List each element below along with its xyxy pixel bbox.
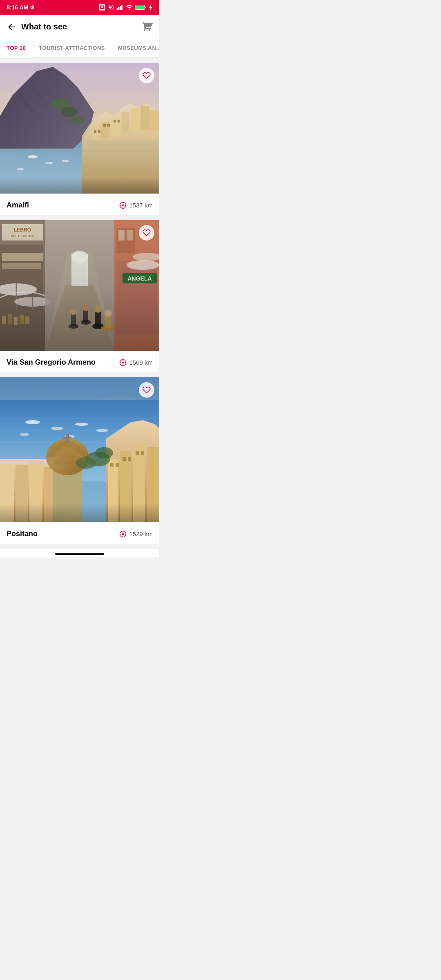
svg-rect-14	[92, 128, 99, 140]
card-footer-amalfi: Amalfi 1537 km	[0, 195, 159, 215]
svg-rect-114	[63, 437, 71, 439]
card-via-san-gregorio[interactable]: ANGELA	[0, 220, 159, 372]
svg-point-102	[75, 423, 88, 426]
home-indicator	[0, 549, 159, 557]
favorite-button-positano[interactable]	[139, 382, 154, 398]
nfc-icon	[98, 4, 106, 11]
svg-rect-124	[136, 451, 139, 455]
card-name-amalfi: Amalfi	[7, 201, 29, 209]
tab-top10[interactable]: TOP 10	[0, 39, 32, 58]
svg-point-103	[20, 433, 29, 436]
battery-icon	[135, 4, 147, 10]
home-indicator-bar	[55, 553, 104, 555]
distance-value-amalfi: 1537 km	[129, 202, 153, 209]
svg-rect-36	[0, 153, 159, 194]
wifi-icon	[126, 4, 133, 10]
svg-rect-20	[149, 110, 159, 131]
svg-point-101	[51, 427, 63, 430]
cart-button[interactable]	[141, 20, 153, 33]
card-distance-via: 1509 km	[119, 359, 153, 366]
svg-rect-121	[116, 463, 119, 467]
svg-rect-17	[122, 112, 129, 132]
svg-rect-2	[120, 6, 121, 10]
positano-image	[0, 377, 159, 522]
svg-rect-21	[94, 130, 96, 133]
page-title: What to see	[21, 22, 141, 31]
svg-rect-25	[114, 120, 116, 122]
settings-icon: ⚙	[30, 4, 35, 11]
svg-rect-120	[110, 463, 114, 467]
svg-point-29	[70, 116, 85, 124]
svg-rect-22	[98, 130, 100, 133]
status-bar: 8:16 AM ⚙	[0, 0, 159, 15]
time-display: 8:16 AM	[7, 4, 28, 11]
svg-rect-24	[107, 124, 110, 127]
svg-point-100	[25, 420, 40, 424]
card-image-container-via: ANGELA	[0, 220, 159, 352]
card-distance-positano: 1529 km	[119, 530, 153, 538]
card-positano[interactable]: Positano 1529 km	[0, 377, 159, 544]
card-name-via: Via San Gregorio Armeno	[7, 358, 96, 367]
svg-rect-23	[103, 124, 106, 127]
amalfi-image	[0, 63, 159, 194]
svg-point-105	[96, 429, 108, 432]
favorite-button-via[interactable]	[139, 225, 154, 241]
card-image-container-amalfi	[0, 63, 159, 195]
svg-rect-19	[140, 106, 149, 129]
svg-rect-122	[122, 457, 126, 461]
via-san-gregorio-image: ANGELA	[0, 220, 159, 351]
tab-tourist-attractions[interactable]: TOURIST ATTRACTIONS	[32, 39, 111, 58]
card-image-container-positano	[0, 377, 159, 524]
svg-rect-87	[0, 220, 159, 351]
distance-value-positano: 1529 km	[129, 530, 153, 537]
svg-rect-125	[141, 451, 144, 455]
tab-bar: TOP 10 TOURIST ATTRACTIONS MUSEUMS AN...	[0, 39, 159, 58]
card-footer-via: Via San Gregorio Armeno 1509 km	[0, 352, 159, 372]
card-amalfi[interactable]: Amalfi 1537 km	[0, 63, 159, 215]
svg-rect-26	[118, 120, 120, 122]
svg-point-93	[122, 362, 124, 363]
svg-point-28	[61, 107, 78, 117]
header: What to see	[0, 15, 159, 39]
distance-value-via: 1509 km	[129, 359, 153, 366]
card-footer-positano: Positano 1529 km	[0, 524, 159, 544]
back-button[interactable]	[7, 22, 16, 32]
status-time: 8:16 AM ⚙	[7, 4, 35, 11]
status-icons	[98, 4, 153, 11]
svg-rect-1	[118, 7, 120, 10]
card-distance-amalfi: 1537 km	[119, 202, 153, 209]
svg-rect-0	[117, 8, 118, 10]
svg-point-42	[122, 205, 124, 206]
svg-point-136	[122, 533, 124, 535]
svg-rect-123	[128, 457, 131, 461]
card-list: Amalfi 1537 km	[0, 58, 159, 549]
svg-rect-6	[136, 6, 144, 9]
signal-icon	[116, 4, 124, 10]
tab-museums[interactable]: MUSEUMS AN...	[111, 39, 159, 58]
mute-icon	[108, 4, 114, 11]
svg-rect-3	[121, 5, 122, 10]
svg-rect-18	[131, 108, 139, 130]
card-name-positano: Positano	[7, 530, 38, 538]
svg-rect-130	[0, 475, 159, 522]
svg-rect-5	[145, 7, 145, 9]
favorite-button-amalfi[interactable]	[139, 68, 154, 83]
svg-point-128	[76, 457, 96, 469]
charging-icon	[149, 4, 153, 11]
svg-point-127	[95, 447, 113, 459]
